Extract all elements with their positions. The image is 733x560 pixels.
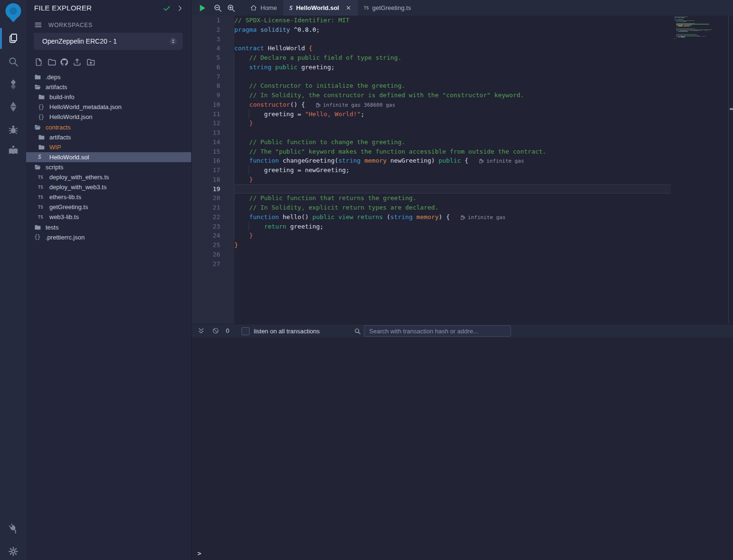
tree-item-label: .deps [46,73,61,81]
sidebar-icon-debugger[interactable] [0,119,26,140]
terminal-prompt: > [197,550,201,557]
tree-item-deploy-with-web3-ts[interactable]: TSdeploy_with_web3.ts [26,182,191,192]
tree-item--deps[interactable]: .deps [26,72,191,82]
tree-item-artifacts[interactable]: artifacts [26,132,191,142]
upload-folder-icon[interactable] [86,57,95,67]
line-number: 27 [191,259,220,269]
tab-home[interactable]: Home [244,0,283,16]
tree-item-helloworld-metadata-json[interactable]: {}HelloWorld_metadata.json [26,102,191,112]
workspace-select[interactable]: OpenZeppelin ERC20 - 1 [34,33,183,50]
code-line-24: } [234,231,253,240]
clone-github-icon[interactable] [60,57,69,67]
tree-item-helloworld-json[interactable]: {}HelloWorld.json [26,112,191,122]
expand-terminal-icon[interactable] [197,327,205,335]
upload-file-icon[interactable] [73,57,82,67]
sidebar-icon-deploy-run[interactable] [0,96,26,118]
line-number: 4 [191,44,220,53]
tree-item-label: HelloWorld.sol [49,154,89,161]
tree-item-wip[interactable]: WIP [26,142,191,152]
editor-tabbar: HomeSHelloWorld.solTSgetGreeting.ts [191,0,733,16]
minimap-line [674,18,677,18]
minimap-line [678,26,683,26]
minimap[interactable] [674,16,714,134]
minimap-line [690,30,693,31]
tree-item-build-info[interactable]: build-info [26,92,191,102]
sidebar-icon-file-explorer[interactable] [0,28,26,49]
code-editor[interactable]: 1234567891011121314151617181920212223242… [191,16,733,324]
transaction-search-input[interactable] [364,325,511,337]
tab-helloworld-sol[interactable]: SHelloWorld.sol [283,0,358,16]
sidebar-icon-remix-logo[interactable] [0,1,26,23]
line-number: 14 [191,138,220,147]
sidebar-icon-plugin-manager[interactable] [0,517,26,539]
minimap-line [693,36,696,37]
line-number: 5 [191,53,220,63]
close-icon[interactable] [345,5,352,11]
code-line-1: // SPDX-License-Identifier: MIT [234,16,350,25]
tree-item--prettierrc-json[interactable]: {}.prettierrc.json [26,232,191,242]
workspaces-menu-icon[interactable] [34,21,42,29]
home-icon [250,4,257,11]
sidebar-icon-settings[interactable] [0,541,26,560]
new-file-icon[interactable] [34,57,43,67]
remix-logo-icon [3,1,24,23]
line-number: 1 [191,16,220,25]
minimap-line [677,18,681,18]
tree-item-web3-lib-ts[interactable]: TSweb3-lib.ts [26,212,191,222]
clear-console-icon[interactable] [212,327,219,334]
run-script-button[interactable] [197,3,207,13]
tab-getgreeting-ts[interactable]: TSgetGreeting.ts [358,0,418,16]
tab-label: HelloWorld.sol [296,4,339,11]
minimap-line [689,26,690,26]
sidebar-icon-search[interactable] [0,51,26,73]
json-icon: {} [34,234,41,240]
code-line-2: pragma solidity ^0.8.0; [234,25,320,35]
minimap-line [682,21,687,22]
minimap-line [676,35,699,36]
tree-item-label: WIP [49,144,61,151]
line-number: 10 [191,100,220,110]
json-icon: {} [38,114,45,120]
listen-transactions-checkbox[interactable] [241,327,250,335]
current-line-highlight [234,184,671,194]
tree-item-artifacts[interactable]: artifacts [26,82,191,92]
tree-item-ethers-lib-ts[interactable]: TSethers-lib.ts [26,192,191,202]
tree-item-scripts[interactable]: scripts [26,162,191,172]
ts-file-icon: TS [38,215,45,220]
line-number: 23 [191,222,220,231]
zoom-in-button[interactable] [226,3,236,13]
new-folder-icon[interactable] [47,57,56,67]
minimap-line [687,36,689,37]
chevron-right-icon[interactable] [176,5,184,12]
gas-estimate-badge: infinite gas [479,158,524,164]
tree-item-tests[interactable]: tests [26,222,191,232]
tree-item-deploy-with-ethers-ts[interactable]: TSdeploy_with_ethers.ts [26,172,191,182]
check-icon[interactable] [163,4,171,12]
sidebar-icon-solidity-compiler[interactable] [0,73,26,95]
line-number: 20 [191,193,220,203]
tree-item-label: getGreeting.ts [49,203,88,211]
tree-item-helloworld-sol[interactable]: SHelloWorld.sol [26,152,191,162]
tabs: HomeSHelloWorld.solTSgetGreeting.ts [244,0,417,16]
line-number: 7 [191,72,220,82]
terminal-toolbar: 0 listen on all transactions [191,324,733,338]
tree-item-getgreeting-ts[interactable]: TSgetGreeting.ts [26,202,191,212]
bug-icon [8,124,19,135]
terminal[interactable]: > [191,338,733,560]
solidity-file-icon: S [38,154,45,160]
workspace-caret-icon [169,37,177,46]
deploy-icon [8,101,19,112]
code-line-21: // In Solidity, explicit return types ar… [234,203,438,212]
editor-gutter[interactable]: 1234567891011121314151617181920212223242… [191,16,234,324]
sidebar-icon-tutorials[interactable] [0,139,26,161]
minimap-line [681,37,685,37]
panel-title: FILE EXPLORER [34,4,92,12]
ts-file-icon: TS [38,205,45,210]
minimap-line [679,21,682,22]
tree-item-contracts[interactable]: contracts [26,122,191,132]
zoom-out-button[interactable] [213,3,223,13]
scrollbar-thumb[interactable] [730,108,733,110]
tree-item-label: web3-lib.ts [49,213,79,220]
scrollbar-track[interactable] [728,16,733,324]
tree-item-label: contracts [46,124,71,131]
